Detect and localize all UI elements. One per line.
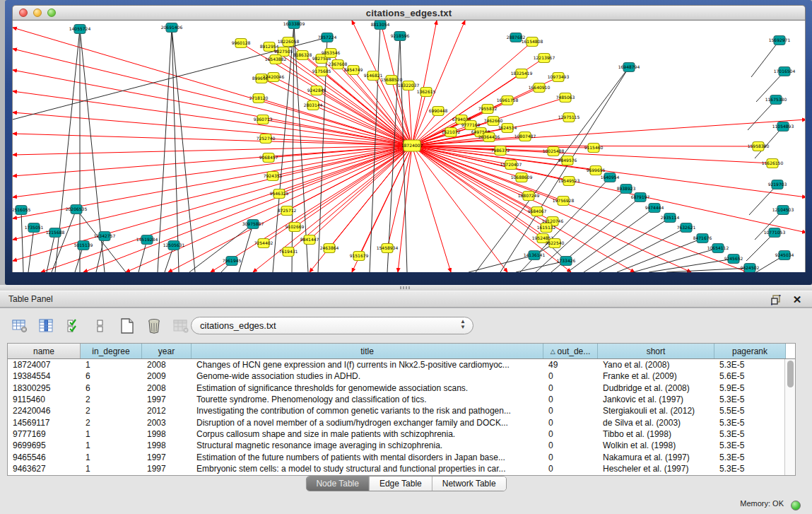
table-cell[interactable]: 2003 bbox=[142, 416, 192, 428]
column-header-in_degree[interactable]: in_degree bbox=[81, 344, 142, 358]
graph-node[interactable]: 2463864 bbox=[320, 244, 339, 253]
column-header-title[interactable]: title bbox=[192, 344, 543, 358]
scrollbar-thumb[interactable] bbox=[787, 361, 794, 387]
graph-node[interactable]: 10771053 bbox=[764, 228, 786, 238]
table-cell[interactable]: 0 bbox=[543, 416, 598, 428]
citation-edge-red[interactable] bbox=[126, 146, 412, 272]
delete-column-icon[interactable] bbox=[144, 317, 163, 335]
table-cell[interactable]: 5.3E-5 bbox=[714, 416, 782, 428]
column-header-year[interactable]: year bbox=[142, 344, 192, 358]
citation-edge-black[interactable] bbox=[189, 224, 253, 272]
graph-node[interactable]: 1362615 bbox=[417, 88, 436, 97]
table-cell[interactable]: 9699695 bbox=[8, 440, 81, 451]
citation-edge-red[interactable] bbox=[412, 146, 546, 228]
graph-node[interactable]: 8813054 bbox=[371, 21, 390, 30]
graph-node[interactable]: 2803144 bbox=[304, 101, 323, 110]
table-mode-icon[interactable] bbox=[10, 317, 29, 335]
table-cell[interactable]: 1997 bbox=[142, 463, 192, 474]
column-edit-icon[interactable] bbox=[37, 317, 56, 335]
graph-node[interactable]: 12975115 bbox=[558, 113, 580, 122]
graph-node[interactable]: 11626150 bbox=[762, 159, 784, 168]
row-height-icon[interactable] bbox=[90, 317, 110, 335]
table-cell[interactable]: 1998 bbox=[142, 428, 192, 440]
float-panel-icon[interactable] bbox=[770, 293, 782, 306]
graph-node[interactable]: 7986372 bbox=[491, 146, 510, 156]
graph-node[interactable]: 10688609 bbox=[511, 173, 533, 182]
column-visibility-icon[interactable] bbox=[64, 317, 83, 335]
graph-node[interactable]: 1735051 bbox=[25, 223, 44, 233]
graph-node[interactable]: 9068457 bbox=[259, 153, 278, 163]
table-cell[interactable]: 0 bbox=[543, 428, 598, 440]
table-row[interactable]: 1830029562008Estimation of significance … bbox=[8, 382, 784, 394]
graph-node[interactable]: 30975887 bbox=[242, 220, 264, 229]
table-row[interactable]: 977716911998Corpus callosum shape and si… bbox=[8, 428, 784, 440]
citation-edge-red[interactable] bbox=[13, 146, 412, 261]
citation-edge-black[interactable] bbox=[21, 210, 23, 272]
graph-node[interactable]: 16948794 bbox=[618, 63, 640, 72]
graph-node[interactable]: 11675380 bbox=[765, 95, 787, 105]
new-column-icon[interactable] bbox=[117, 317, 136, 335]
table-row[interactable]: 1938455462009Genome-wide association stu… bbox=[8, 370, 784, 382]
table-cell[interactable]: 1 bbox=[81, 440, 142, 451]
citation-edge-red[interactable] bbox=[412, 146, 507, 272]
graph-node[interactable]: 7619431 bbox=[279, 247, 298, 257]
citation-network-graph[interactable]: 1872400714055724206914061603380978572248… bbox=[13, 21, 806, 272]
table-cell[interactable]: 5.3E-5 bbox=[714, 451, 782, 462]
graph-node[interactable]: 16154808 bbox=[522, 37, 543, 47]
table-cell[interactable]: 5.3E-5 bbox=[714, 359, 782, 370]
table-cell[interactable]: 5.6E-5 bbox=[714, 370, 782, 382]
graph-node[interactable]: 15692971 bbox=[769, 36, 791, 45]
citation-edge-black[interactable] bbox=[96, 236, 105, 272]
table-cell[interactable]: 5.5E-5 bbox=[714, 405, 782, 416]
graph-node[interactable]: 9546325 bbox=[270, 189, 289, 199]
graph-node[interactable]: 12213967 bbox=[534, 54, 555, 63]
graph-node[interactable]: 5015139 bbox=[74, 241, 93, 250]
graph-node[interactable]: 9960128 bbox=[232, 39, 251, 48]
graph-node[interactable]: 8471676 bbox=[693, 234, 712, 243]
table-cell[interactable]: 2008 bbox=[142, 382, 192, 394]
table-cell[interactable]: Nakamura et al. (1997) bbox=[598, 451, 714, 462]
table-cell[interactable]: Structural magnetic resonance image aver… bbox=[192, 440, 543, 451]
table-vertical-scrollbar[interactable] bbox=[784, 359, 795, 475]
citation-edge-black[interactable] bbox=[666, 268, 750, 272]
table-cell[interactable]: 0 bbox=[543, 463, 598, 474]
graph-node[interactable]: 14136141 bbox=[524, 251, 546, 260]
table-cell[interactable]: Jankovic et al. (1997) bbox=[598, 394, 714, 405]
table-cell[interactable]: Wolkin et al. (1998) bbox=[598, 440, 714, 451]
graph-node[interactable]: 2935114 bbox=[661, 214, 680, 223]
table-cell[interactable]: 0 bbox=[543, 405, 598, 416]
tab-network-table[interactable]: Network Table bbox=[433, 477, 506, 491]
graph-node[interactable]: 2522540 bbox=[546, 239, 565, 248]
network-window-titlebar[interactable]: citations_edges.txt bbox=[12, 5, 806, 21]
citation-edge-red[interactable] bbox=[13, 28, 412, 146]
graph-node[interactable]: 10654112 bbox=[707, 244, 729, 253]
citation-edge-black[interactable] bbox=[469, 255, 534, 272]
graph-node[interactable]: 10025488 bbox=[543, 147, 565, 156]
table-cell[interactable]: 0 bbox=[543, 451, 598, 462]
table-cell[interactable]: 2009 bbox=[142, 370, 192, 382]
citation-edge-red[interactable] bbox=[310, 146, 412, 240]
table-cell[interactable]: 6 bbox=[81, 370, 142, 382]
graph-node[interactable]: 9474444 bbox=[645, 204, 664, 213]
graph-node[interactable]: 18226058 bbox=[278, 37, 300, 47]
graph-node[interactable]: 8454749 bbox=[344, 66, 363, 75]
table-cell[interactable]: 2 bbox=[81, 394, 142, 405]
graph-node[interactable]: 1615132 bbox=[537, 223, 556, 233]
graph-node[interactable]: 18807249 bbox=[518, 192, 540, 201]
table-cell[interactable]: 1 bbox=[81, 359, 142, 370]
graph-node[interactable]: 15720407 bbox=[500, 160, 522, 170]
graph-node[interactable]: 16033809 bbox=[283, 21, 305, 29]
table-cell[interactable]: 5.9E-5 bbox=[714, 382, 782, 394]
table-cell[interactable]: Hescheler et al. (1997) bbox=[598, 463, 714, 474]
table-row[interactable]: 946362711997Embryonic stem cells: a mode… bbox=[8, 463, 784, 474]
graph-node[interactable]: 18325419 bbox=[511, 69, 533, 78]
table-cell[interactable]: 22420046 bbox=[8, 405, 81, 416]
table-cell[interactable]: Tourette syndrome. Phenomenology and cla… bbox=[192, 394, 543, 405]
graph-node[interactable]: 11054893 bbox=[772, 122, 794, 132]
graph-node[interactable]: 14055724 bbox=[69, 25, 91, 34]
graph-node[interactable]: 2516055 bbox=[12, 206, 31, 215]
table-cell[interactable]: 19384554 bbox=[8, 370, 81, 382]
table-cell[interactable]: 49 bbox=[543, 359, 598, 370]
graph-node[interactable]: 8841447 bbox=[300, 235, 319, 245]
graph-node[interactable]: 9699695 bbox=[587, 166, 606, 175]
